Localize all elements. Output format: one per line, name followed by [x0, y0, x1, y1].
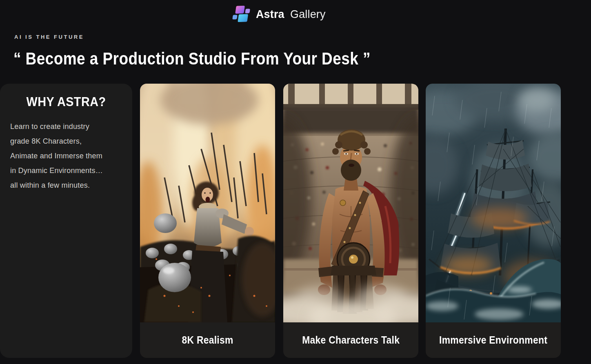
why-line: Learn to create industry [10, 119, 124, 134]
gallery-card-8k-realism[interactable]: 8K Realism [140, 84, 275, 358]
page: Astra Gallery AI IS THE FUTURE “ Become … [0, 0, 591, 364]
gladiator-image [283, 84, 418, 322]
storm-ship-image [426, 84, 561, 322]
why-astra-title: WHY ASTRA? [7, 94, 126, 109]
battle-image-art [140, 84, 275, 322]
card-label-area: Make Characters Talk [283, 322, 418, 358]
why-astra-card: WHY ASTRA? Learn to create industry grad… [0, 84, 132, 358]
gallery-card-make-characters-talk[interactable]: Make Characters Talk [283, 84, 418, 358]
card-label: Immersive Environment [439, 334, 547, 346]
gallery-card-immersive-environment[interactable]: Immersive Environment [426, 84, 561, 358]
logo-tile-lavender [245, 9, 250, 13]
logo-tile-cyan [238, 14, 248, 22]
logo-tile-blue [232, 15, 238, 19]
site-header: Astra Gallery [0, 0, 591, 29]
why-line: all within a few minutes. [10, 178, 124, 193]
battle-image [140, 84, 275, 322]
brand-name: Astra [256, 8, 284, 20]
card-label-area: Immersive Environment [426, 322, 561, 358]
logo-tile-pink [235, 6, 245, 14]
why-astra-body: Learn to create industry grade 8K Charac… [10, 119, 124, 193]
card-label: 8K Realism [182, 334, 233, 346]
brand-title: Astra Gallery [256, 8, 326, 21]
card-label: Make Characters Talk [302, 334, 400, 346]
why-line: in Dynamic Environments… [10, 163, 124, 178]
brand[interactable]: Astra Gallery [232, 4, 329, 24]
card-label-area: 8K Realism [140, 322, 275, 358]
brand-suffix: Gallery [290, 8, 325, 20]
why-line: grade 8K Characters, [10, 134, 124, 149]
page-title: “ Become a Production Studio From Your D… [13, 49, 371, 69]
astra-logo-icon [230, 4, 252, 24]
storm-ship-image-art [426, 84, 561, 322]
gladiator-image-art [283, 84, 418, 322]
why-line: Animate and Immerse them [10, 149, 124, 163]
eyebrow-text: AI IS THE FUTURE [14, 34, 84, 40]
